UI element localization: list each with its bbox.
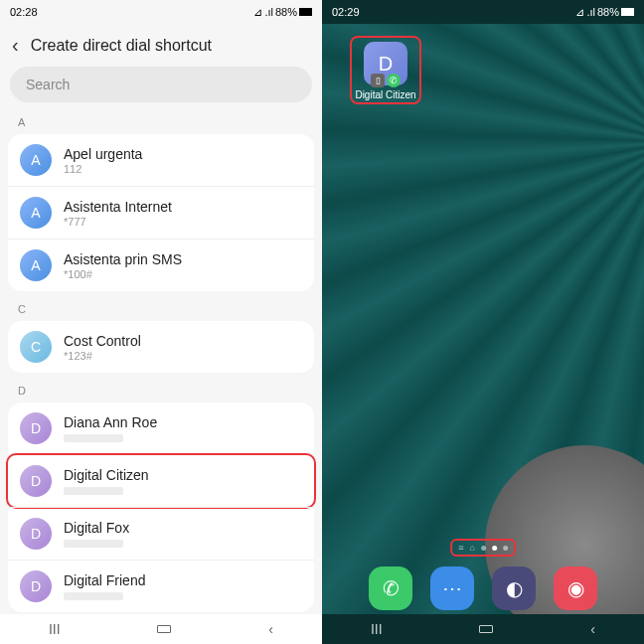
status-icons: ⊿.ıl88% <box>253 6 312 19</box>
avatar: D <box>20 570 52 602</box>
contact-number: *777 <box>64 216 302 228</box>
shortcut-digital-citizen[interactable]: D ▯✆ Digital Citizen <box>350 36 421 104</box>
contact-row[interactable]: DDigital Fox <box>8 507 314 560</box>
status-icons: ⊿.ıl88% <box>575 6 634 19</box>
contact-number <box>64 434 123 442</box>
contact-name: Cost Control <box>64 333 302 349</box>
back-nav-icon[interactable]: ‹ <box>590 621 595 637</box>
time: 02:29 <box>332 6 360 18</box>
contact-name: Digital Fox <box>64 520 302 536</box>
contact-name: Digital Friend <box>64 572 302 588</box>
avatar: A <box>20 144 52 176</box>
contact-number: 112 <box>64 163 302 175</box>
browser-app-icon[interactable]: ◐ <box>492 566 536 610</box>
contact-row[interactable]: AAsistenta prin SMS*100# <box>8 239 314 291</box>
home-icon[interactable] <box>157 625 171 633</box>
contact-number: *123# <box>64 350 302 362</box>
phone-app-icon[interactable]: ✆ <box>369 566 412 610</box>
dock: ✆ ⋯ ◐ ◉ <box>322 566 644 610</box>
messages-app-icon[interactable]: ⋯ <box>430 566 474 610</box>
nav-bar: III ‹ <box>322 614 644 644</box>
recents-icon[interactable]: III <box>49 621 61 637</box>
phone-icon: ✆ <box>387 74 401 87</box>
wallpaper <box>322 24 644 614</box>
contact-name: Apel urgenta <box>64 146 302 162</box>
avatar: D <box>20 465 52 497</box>
contact-name: Digital Citizen <box>64 467 302 483</box>
search-input[interactable]: Search <box>10 67 312 102</box>
sim-icon: ▯ <box>371 74 385 87</box>
section-header: A <box>0 110 322 134</box>
avatar: A <box>20 249 52 281</box>
recents-icon[interactable]: III <box>371 621 383 637</box>
contact-number <box>64 540 123 548</box>
avatar: D <box>20 518 52 550</box>
camera-app-icon[interactable]: ◉ <box>554 566 597 610</box>
contact-row[interactable]: AAsistenta Internet*777 <box>8 186 314 239</box>
shortcut-label: Digital Citizen <box>354 89 417 100</box>
contact-row[interactable]: CCost Control*123# <box>8 321 314 373</box>
contact-number <box>64 487 123 495</box>
contact-row[interactable]: DDigital Citizen <box>8 454 314 507</box>
avatar: C <box>20 331 52 363</box>
contact-row[interactable]: DDiana Ann Roe <box>8 402 314 454</box>
avatar: A <box>20 197 52 229</box>
contact-name: Asistenta prin SMS <box>64 251 302 267</box>
avatar: D <box>20 412 52 444</box>
contact-row[interactable]: DDigital Friend <box>8 560 314 612</box>
page-indicator[interactable]: ≡⌂ <box>450 539 516 557</box>
back-icon[interactable]: ‹ <box>12 34 19 57</box>
contact-name: Asistenta Internet <box>64 199 302 215</box>
section-header: C <box>0 297 322 321</box>
contact-number: *100# <box>64 268 302 280</box>
time: 02:28 <box>10 6 38 18</box>
home-icon[interactable] <box>479 625 493 633</box>
contact-name: Diana Ann Roe <box>64 414 302 430</box>
back-nav-icon[interactable]: ‹ <box>268 621 273 637</box>
section-header: D <box>0 379 322 402</box>
nav-bar: III ‹ <box>0 614 322 644</box>
contact-row[interactable]: AApel urgenta112 <box>8 134 314 186</box>
page-title: Create direct dial shortcut <box>31 37 212 55</box>
contact-number <box>64 592 123 600</box>
